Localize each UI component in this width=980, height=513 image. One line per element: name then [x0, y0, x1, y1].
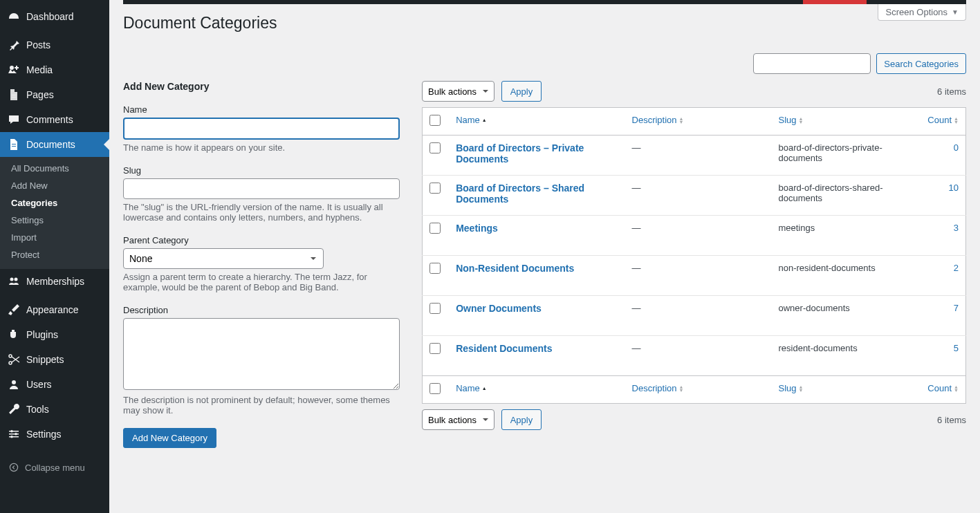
menu-label: Snippets — [26, 354, 64, 365]
sidebar-item-settings[interactable]: Settings — [0, 422, 109, 447]
row-name-link[interactable]: Meetings — [456, 223, 498, 234]
slug-description: The "slug" is the URL-friendly version o… — [123, 202, 400, 223]
bulk-actions-select-bottom[interactable]: Bulk actions — [422, 409, 494, 430]
column-count-sort[interactable]: Count▲▼ — [927, 115, 959, 125]
page-title: Document Categories — [123, 4, 966, 35]
menu-label: Plugins — [26, 329, 58, 340]
row-slug: owner-documents — [771, 296, 918, 336]
menu-label: Appearance — [26, 304, 79, 315]
row-count-link[interactable]: 0 — [954, 142, 959, 153]
table-row: Board of Directors – Private Documents —… — [423, 136, 966, 176]
row-description: — — [625, 216, 772, 256]
row-count-link[interactable]: 5 — [954, 343, 959, 353]
row-slug: meetings — [771, 216, 918, 256]
description-textarea[interactable] — [123, 318, 400, 390]
sidebar-item-posts[interactable]: Posts — [0, 32, 109, 57]
sort-icon: ▲▼ — [679, 117, 684, 124]
select-all-top[interactable] — [429, 115, 441, 126]
sidebar-item-dashboard[interactable]: Dashboard — [0, 4, 109, 29]
column-name-sort-foot[interactable]: Name▲ — [456, 383, 487, 393]
item-count-top: 6 items — [937, 86, 966, 97]
submenu-protect[interactable]: Protect — [0, 246, 109, 263]
row-name-link[interactable]: Resident Documents — [456, 343, 552, 354]
svg-rect-10 — [9, 433, 19, 435]
sort-icon: ▲ — [482, 118, 487, 122]
row-checkbox[interactable] — [429, 183, 441, 194]
search-categories-button[interactable]: Search Categories — [876, 53, 966, 74]
sidebar-item-media[interactable]: Media — [0, 57, 109, 82]
add-category-button[interactable]: Add New Category — [123, 428, 216, 448]
sidebar-item-pages[interactable]: Pages — [0, 82, 109, 107]
sidebar-item-memberships[interactable]: Memberships — [0, 269, 109, 294]
row-count-link[interactable]: 2 — [954, 263, 959, 273]
collapse-icon — [7, 460, 21, 474]
search-input[interactable] — [753, 53, 871, 74]
comment-icon — [7, 113, 21, 127]
wrench-icon — [7, 402, 21, 416]
name-description: The name is how it appears on your site. — [123, 142, 400, 153]
screen-options-label: Screen Options — [885, 7, 947, 17]
menu-label: Documents — [26, 139, 75, 150]
row-name-link[interactable]: Board of Directors – Private Documents — [456, 142, 584, 165]
sidebar-item-snippets[interactable]: Snippets — [0, 347, 109, 372]
column-description-sort[interactable]: Description▲▼ — [632, 115, 684, 125]
column-description-sort-foot[interactable]: Description▲▼ — [632, 383, 684, 393]
name-input[interactable] — [123, 118, 400, 140]
parent-select[interactable]: None — [123, 248, 324, 269]
row-checkbox[interactable] — [429, 142, 441, 153]
row-description: — — [625, 176, 772, 216]
slug-input[interactable] — [123, 178, 400, 199]
row-count-link[interactable]: 7 — [954, 303, 959, 313]
submenu-all-documents[interactable]: All Documents — [0, 160, 109, 177]
row-count-link[interactable]: 3 — [954, 223, 959, 233]
svg-rect-9 — [9, 431, 19, 432]
item-count-bottom: 6 items — [937, 415, 966, 425]
column-slug-sort[interactable]: Slug▲▼ — [778, 115, 803, 125]
collapse-menu[interactable]: Collapse menu — [0, 455, 109, 480]
menu-label: Comments — [26, 114, 73, 125]
parent-description: Assign a parent term to create a hierarc… — [123, 272, 400, 292]
row-description: — — [625, 296, 772, 336]
sidebar-item-plugins[interactable]: Plugins — [0, 322, 109, 347]
row-checkbox[interactable] — [429, 223, 441, 234]
table-row: Non-Resident Documents — non-resident-do… — [423, 256, 966, 296]
screen-options-button[interactable]: Screen Options ▼ — [878, 4, 966, 21]
submenu-add-new[interactable]: Add New — [0, 177, 109, 194]
row-checkbox[interactable] — [429, 263, 441, 274]
tablenav-bottom: Bulk actions Apply 6 items — [422, 409, 966, 430]
select-all-bottom[interactable] — [429, 383, 441, 394]
submenu-import[interactable]: Import — [0, 229, 109, 246]
menu-label: Users — [26, 379, 52, 390]
add-category-form: Add New Category Name The name is how it… — [123, 81, 400, 448]
row-count-link[interactable]: 10 — [949, 183, 959, 193]
apply-button-bottom[interactable]: Apply — [501, 409, 542, 430]
sidebar-item-users[interactable]: Users — [0, 372, 109, 397]
pin-icon — [7, 38, 21, 52]
menu-label: Dashboard — [26, 11, 74, 22]
submenu-settings[interactable]: Settings — [0, 212, 109, 229]
sidebar-item-comments[interactable]: Comments — [0, 107, 109, 132]
row-slug: resident-documents — [771, 336, 918, 376]
sort-icon: ▲▼ — [799, 117, 804, 124]
menu-label: Tools — [26, 404, 49, 415]
row-checkbox[interactable] — [429, 303, 441, 314]
bulk-actions-select-top[interactable]: Bulk actions — [422, 81, 494, 102]
row-slug: board-of-directors-shared-documents — [771, 176, 918, 216]
tablenav-top: Bulk actions Apply 6 items — [422, 81, 966, 102]
svg-point-5 — [15, 278, 18, 281]
sidebar-item-documents[interactable]: Documents — [0, 132, 109, 157]
row-name-link[interactable]: Non-Resident Documents — [456, 263, 574, 274]
column-name-sort[interactable]: Name▲ — [456, 115, 487, 125]
sidebar-item-appearance[interactable]: Appearance — [0, 297, 109, 322]
apply-button-top[interactable]: Apply — [501, 81, 542, 102]
row-checkbox[interactable] — [429, 343, 441, 354]
row-name-link[interactable]: Owner Documents — [456, 303, 542, 314]
page-icon — [7, 88, 21, 102]
sidebar-item-tools[interactable]: Tools — [0, 397, 109, 422]
parent-label: Parent Category — [123, 235, 400, 245]
submenu-categories[interactable]: Categories — [0, 194, 109, 212]
sidebar-submenu: All Documents Add New Categories Setting… — [0, 157, 109, 269]
column-slug-sort-foot[interactable]: Slug▲▼ — [778, 383, 803, 393]
column-count-sort-foot[interactable]: Count▲▼ — [927, 383, 959, 393]
row-name-link[interactable]: Board of Directors – Shared Documents — [456, 183, 584, 205]
